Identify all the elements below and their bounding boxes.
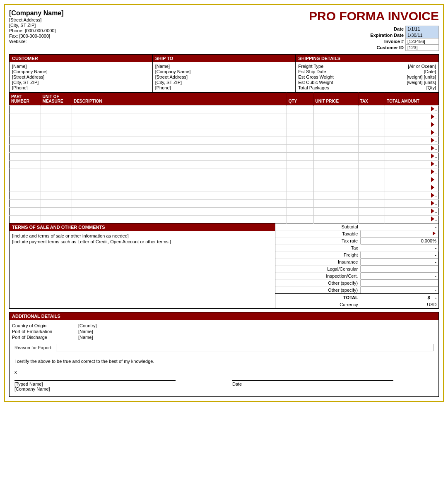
shipto-company: [Company Name]: [155, 69, 293, 74]
table-cell: [287, 216, 313, 223]
tax-arrow-icon: [431, 138, 434, 143]
table-cell: -: [385, 168, 439, 176]
est-ship-label: Est Ship Date: [298, 69, 326, 74]
totals-table: Subtotal - Taxable Tax rate 0.000% Tax -: [275, 223, 438, 308]
table-cell: [72, 208, 287, 216]
table-cell: [10, 137, 41, 145]
embarkation-value: [Name]: [78, 329, 436, 334]
table-cell: [313, 137, 358, 145]
discharge-value: [Name]: [78, 335, 436, 340]
date-label: Date: [369, 26, 405, 32]
table-cell: [313, 145, 358, 153]
table-cell: [358, 137, 385, 145]
table-row: -: [10, 153, 439, 161]
tax-arrow-icon: [431, 161, 434, 166]
table-cell: -: [385, 121, 439, 129]
other1-value: [361, 280, 438, 287]
certify-text: I certify the above to be true and corre…: [12, 355, 436, 367]
th-price: UNIT PRICE: [313, 93, 358, 106]
table-cell: [41, 208, 72, 216]
table-cell: [10, 208, 41, 216]
sig-x: x: [14, 370, 216, 374]
additional-header: ADDITIONAL DETAILS: [10, 312, 438, 320]
table-cell: [358, 192, 385, 200]
date-sig-label: Date: [232, 382, 434, 386]
table-cell: [287, 192, 313, 200]
tax-arrow-taxable: [433, 231, 436, 235]
phone: Phone: [000-000-0000]: [9, 28, 224, 33]
legal-value: [361, 266, 438, 273]
table-row: -: [10, 200, 439, 208]
street-address: [Street Address]: [9, 17, 224, 22]
table-cell: -: [385, 216, 439, 223]
tax-label: Tax: [275, 245, 360, 252]
discharge-row: Port of Discharge [Name]: [12, 335, 436, 340]
typed-name: [Typed Name]: [14, 382, 216, 386]
table-cell: [313, 216, 358, 223]
table-cell: [358, 161, 385, 168]
table-cell: [358, 208, 385, 216]
invoice-page: [Company Name] [Street Address] [City, S…: [4, 4, 444, 402]
total-label: TOTAL: [275, 294, 360, 301]
table-cell: [313, 184, 358, 192]
country-label: Country of Origin: [12, 323, 78, 328]
sig-line-date: [232, 380, 393, 381]
table-row: -: [10, 216, 439, 223]
table-cell: [313, 106, 358, 113]
table-cell: [41, 161, 72, 168]
shipping-header: SHIPPING DETAILS: [296, 55, 438, 62]
table-cell: [72, 200, 287, 208]
reason-input[interactable]: [56, 344, 434, 351]
table-cell: -: [385, 113, 439, 121]
shipping-col: SHIPPING DETAILS Freight Type [Air or Oc…: [296, 55, 438, 92]
table-cell: [41, 200, 72, 208]
embarkation-label: Port of Embarkation: [12, 329, 78, 334]
table-cell: [358, 200, 385, 208]
additional-section: ADDITIONAL DETAILS Country of Origin [Co…: [9, 312, 439, 397]
table-cell: [313, 161, 358, 168]
table-row: -: [10, 106, 439, 113]
taxable-label: Taxable: [275, 230, 360, 238]
table-row: -: [10, 208, 439, 216]
terms-body: [Include and terms of sale or other info…: [10, 231, 275, 247]
table-cell: -: [385, 184, 439, 192]
table-cell: [287, 200, 313, 208]
table-cell: -: [385, 200, 439, 208]
shipping-body: Freight Type [Air or Ocean] Est Ship Dat…: [296, 62, 438, 92]
other1-label: Other (specify): [275, 280, 360, 287]
table-cell: [72, 176, 287, 184]
table-cell: -: [385, 208, 439, 216]
table-cell: [358, 106, 385, 113]
table-cell: [287, 129, 313, 137]
website: Website:: [9, 39, 224, 44]
table-row: -: [10, 176, 439, 184]
terms-header: TERMS OF SALE AND OTHER COMMENTS: [10, 223, 275, 231]
table-row: -: [10, 168, 439, 176]
table-cell: [10, 184, 41, 192]
insurance-value: -: [435, 259, 436, 264]
tax-rate-label: Tax rate: [275, 238, 360, 245]
table-cell: [10, 200, 41, 208]
table-row: -: [10, 121, 439, 129]
tax-arrow-icon: [431, 122, 434, 127]
currency-label: Currency: [275, 301, 360, 308]
table-cell: [287, 137, 313, 145]
subtotal-value: -: [361, 223, 438, 230]
tax-arrow-icon: [431, 193, 434, 198]
table-cell: [41, 153, 72, 161]
table-cell: [10, 168, 41, 176]
table-cell: [41, 184, 72, 192]
table-cell: [358, 129, 385, 137]
date-value: 1/1/11: [406, 26, 439, 32]
table-row: -: [10, 184, 439, 192]
table-cell: [313, 121, 358, 129]
invoice-num-value: [123456]: [406, 38, 439, 45]
reason-label: Reason for Export:: [14, 345, 53, 350]
table-cell: [313, 113, 358, 121]
info-section: CUSTOMER [Name] [Company Name] [Street A…: [9, 54, 439, 92]
table-cell: [287, 145, 313, 153]
terms-line1: [Include and terms of sale or other info…: [12, 233, 272, 238]
table-cell: [10, 106, 41, 113]
bottom-section: TERMS OF SALE AND OTHER COMMENTS [Includ…: [9, 223, 439, 309]
typed-company: [Company Name]: [14, 386, 216, 391]
